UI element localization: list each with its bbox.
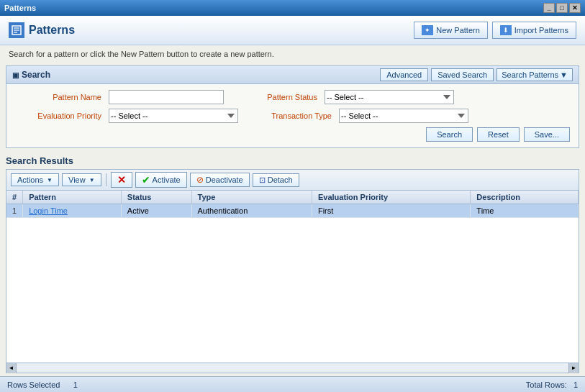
- status-bar: Rows Selected 1 Total Rows: 1: [0, 376, 585, 392]
- transaction-type-select[interactable]: -- Select --: [339, 109, 468, 123]
- page-header: Patterns ✦ New Pattern ⬇ Import Patterns: [0, 16, 585, 45]
- col-header-number: #: [6, 191, 23, 204]
- saved-search-button[interactable]: Saved Search: [431, 68, 494, 81]
- new-pattern-icon: ✦: [422, 25, 433, 35]
- new-pattern-button[interactable]: ✦ New Pattern: [414, 22, 488, 39]
- rows-selected-label: Rows Selected: [7, 380, 60, 389]
- pattern-link[interactable]: Login Time: [29, 206, 68, 215]
- total-rows-group: Total Rows: 1: [526, 380, 578, 389]
- rows-selected-count: 1: [73, 380, 78, 389]
- activate-button[interactable]: ✔ Activate: [135, 172, 187, 188]
- maximize-button[interactable]: □: [556, 3, 568, 13]
- cell-pattern[interactable]: Login Time: [23, 204, 122, 218]
- import-patterns-button[interactable]: ⬇ Import Patterns: [492, 22, 576, 39]
- transaction-type-label: Transaction Type: [245, 111, 332, 120]
- col-header-type: Type: [191, 191, 312, 204]
- pattern-name-input[interactable]: [109, 90, 224, 104]
- search-form: Pattern Name Pattern Status -- Select --…: [6, 84, 579, 147]
- search-section: ▣ Search Advanced Saved Search Search Pa…: [6, 65, 579, 148]
- pattern-status-select[interactable]: -- Select --: [325, 90, 454, 104]
- evaluation-priority-select[interactable]: -- Select --: [109, 109, 238, 123]
- total-rows-count: 1: [573, 380, 578, 389]
- search-section-header: ▣ Search Advanced Saved Search Search Pa…: [6, 66, 579, 84]
- detach-button[interactable]: ⊡ Detach: [253, 173, 299, 187]
- view-dropdown-button[interactable]: View ▼: [62, 173, 101, 186]
- page-title-text: Patterns: [29, 24, 75, 37]
- title-bar-controls: _ □ ✕: [543, 3, 581, 13]
- detach-icon: ⊡: [259, 176, 266, 185]
- scroll-left-button[interactable]: ◄: [6, 363, 17, 373]
- rows-selected-group: Rows Selected 1: [7, 380, 78, 389]
- toolbar-separator-1: [106, 173, 106, 186]
- page-title-icon: [9, 22, 24, 38]
- search-actions: Search Reset Save...: [15, 127, 570, 142]
- search-button[interactable]: Search: [426, 127, 473, 142]
- col-header-evaluation-priority: Evaluation Priority: [312, 191, 470, 204]
- search-section-title: ▣ Search: [12, 70, 50, 80]
- actions-chevron-icon: ▼: [47, 177, 53, 183]
- cell-number: 1: [6, 204, 23, 218]
- description-text: Search for a pattern or click the New Pa…: [0, 45, 585, 63]
- search-section-actions: Advanced Saved Search Search Patterns ▼: [380, 68, 573, 81]
- col-header-pattern: Pattern: [23, 191, 122, 204]
- rows-selected-spacer: [62, 380, 71, 389]
- header-buttons: ✦ New Pattern ⬇ Import Patterns: [414, 22, 576, 39]
- results-toolbar: Actions ▼ View ▼ ✕ ✔ Activate ⊘ Deactiv: [6, 170, 579, 191]
- title-bar: Patterns _ □ ✕: [0, 0, 585, 16]
- total-rows-spacer: [569, 380, 571, 389]
- pattern-status-label: Pattern Status: [231, 93, 317, 101]
- check-icon: ✔: [142, 174, 150, 186]
- col-header-description: Description: [471, 191, 579, 204]
- cell-evaluation-priority: First: [312, 204, 470, 218]
- pattern-name-label: Pattern Name: [15, 93, 101, 101]
- deactivate-icon: ⊘: [196, 175, 204, 185]
- evaluation-priority-label: Evaluation Priority: [15, 111, 101, 120]
- actions-dropdown-button[interactable]: Actions ▼: [11, 173, 59, 186]
- col-header-status: Status: [121, 191, 191, 204]
- results-container: Actions ▼ View ▼ ✕ ✔ Activate ⊘ Deactiv: [6, 169, 579, 373]
- cell-type: Authentication: [191, 204, 312, 218]
- horizontal-scrollbar[interactable]: ◄ ►: [6, 363, 579, 373]
- save-button[interactable]: Save...: [524, 127, 570, 142]
- scroll-right-button[interactable]: ►: [568, 363, 579, 373]
- main-container: Patterns ✦ New Pattern ⬇ Import Patterns…: [0, 16, 585, 392]
- form-row-1: Pattern Name Pattern Status -- Select --: [15, 90, 570, 104]
- empty-space: [6, 218, 579, 363]
- table-row[interactable]: 1Login TimeActiveAuthenticationFirstTime: [6, 204, 579, 218]
- cell-description: Time: [471, 204, 579, 218]
- minimize-button[interactable]: _: [543, 3, 555, 13]
- title-bar-label: Patterns: [4, 4, 36, 12]
- cell-status: Active: [121, 204, 191, 218]
- delete-button[interactable]: ✕: [111, 172, 132, 188]
- scroll-track[interactable]: [17, 363, 568, 373]
- view-chevron-icon: ▼: [89, 177, 95, 183]
- advanced-button[interactable]: Advanced: [380, 68, 428, 81]
- chevron-down-icon: ▼: [560, 70, 568, 79]
- reset-button[interactable]: Reset: [477, 127, 520, 142]
- results-section: Search Results Actions ▼ View ▼ ✕ ✔ Ac: [6, 155, 579, 373]
- deactivate-button[interactable]: ⊘ Deactivate: [190, 173, 250, 187]
- import-patterns-icon: ⬇: [500, 25, 512, 35]
- close-button[interactable]: ✕: [569, 3, 581, 13]
- results-table: # Pattern Status Type Evaluation Priorit…: [6, 191, 579, 218]
- results-title: Search Results: [6, 155, 579, 166]
- collapse-icon[interactable]: ▣: [12, 71, 19, 79]
- total-rows-label: Total Rows:: [526, 380, 567, 389]
- form-row-2: Evaluation Priority -- Select -- Transac…: [15, 109, 570, 123]
- search-patterns-button[interactable]: Search Patterns ▼: [496, 68, 573, 81]
- page-title-group: Patterns: [9, 22, 75, 38]
- table-header-row: # Pattern Status Type Evaluation Priorit…: [6, 191, 579, 204]
- delete-icon: ✕: [117, 174, 126, 186]
